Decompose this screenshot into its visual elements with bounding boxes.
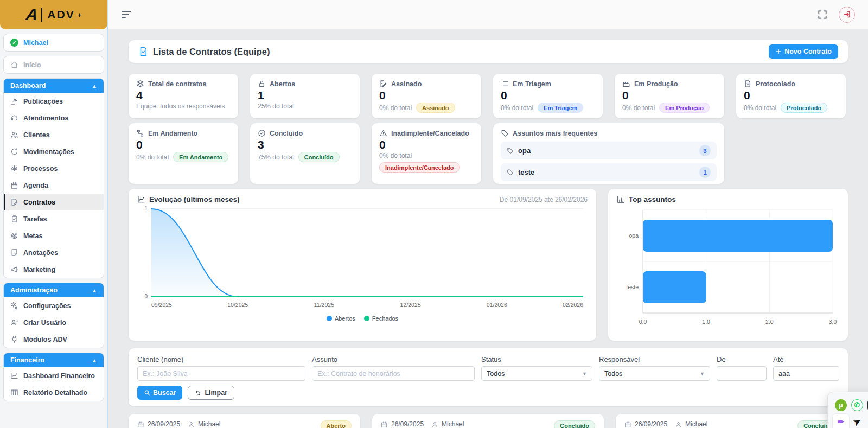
stat-card-conclu-do: Concluído 3 75% do totalConcluído — [250, 123, 360, 184]
chevron-up-icon: ▲ — [92, 357, 97, 363]
svg-text:11/2025: 11/2025 — [314, 302, 334, 308]
sidebar-item-inicio[interactable]: Início — [4, 56, 104, 73]
group-label: Administração — [10, 286, 58, 294]
contract-card[interactable]: 26/09/2025 Michael Aberto — [129, 414, 360, 428]
sidebar-item-contratos[interactable]: Contratos — [4, 194, 104, 210]
utorrent-icon[interactable]: µ — [834, 398, 848, 412]
chart-bar-icon — [617, 195, 625, 203]
filter-status: Status Todos ▼ — [481, 355, 592, 381]
responsavel-select[interactable]: Todos ▼ — [599, 366, 710, 381]
content: Lista de Contratos (Equipe) Novo Contrat… — [108, 29, 868, 428]
sidebar-group-dashboard: Dashboard ▲ Publicações Atendimentos Cli… — [3, 78, 104, 278]
sidebar-item-processos[interactable]: Processos — [4, 160, 104, 177]
plug-icon — [10, 335, 18, 343]
charts-row: Evolução (últimos meses) De 01/09/2025 a… — [129, 189, 848, 341]
frequent-subjects-card: Assuntos mais frequentes opa 3 teste 1 — [493, 123, 724, 184]
group-header-administração[interactable]: Administração ▲ — [4, 283, 104, 297]
sidebar-item-clientes[interactable]: Clientes — [4, 126, 104, 143]
user-plus-icon — [10, 318, 18, 327]
stat-card-em-triagem: Em Triagem 0 0% do totalEm Triagem — [493, 74, 603, 118]
person-icon — [188, 421, 195, 428]
stat-subtitle: 25% do total — [258, 103, 294, 110]
paper-plane-icon[interactable]: ➤ — [850, 415, 864, 428]
home-icon — [10, 61, 18, 69]
svg-text:0: 0 — [144, 293, 148, 299]
logout-icon[interactable] — [839, 7, 855, 23]
stat-value: 4 — [136, 89, 231, 102]
contract-card[interactable]: 26/09/2025 Michael Concluído — [616, 414, 847, 428]
gavel-icon — [10, 97, 18, 105]
svg-text:09/2025: 09/2025 — [151, 302, 172, 308]
sidebar-item-configurações[interactable]: Configurações — [4, 297, 104, 314]
menu-icon[interactable] — [122, 11, 132, 18]
ate-input[interactable] — [773, 366, 839, 381]
feather-pen-icon[interactable]: ✒ — [833, 414, 849, 428]
warning-icon — [379, 129, 387, 137]
limpar-label: Limpar — [205, 389, 227, 397]
main-area: Lista de Contratos (Equipe) Novo Contrat… — [108, 0, 868, 428]
status-select[interactable]: Todos ▼ — [481, 366, 592, 381]
stat-title: Em Triagem — [513, 80, 551, 88]
de-input[interactable] — [717, 366, 767, 381]
sidebar-group-financeiro: Financeiro ▲ Dashboard Financeiro Relató… — [3, 353, 104, 401]
headset-icon — [10, 114, 18, 122]
top-subjects-title: Top assuntos — [617, 195, 676, 203]
pen-icon — [379, 80, 387, 88]
stat-subtitle: 0% do total — [501, 104, 533, 112]
evolution-chart-card: Evolução (últimos meses) De 01/09/2025 a… — [129, 189, 596, 341]
group-items: Configurações Criar Usuário Módulos ADV — [4, 297, 104, 348]
sidebar-item-marketing[interactable]: Marketing — [4, 261, 104, 278]
sidebar-item-label: Metas — [23, 232, 42, 240]
sidebar-item-criar-usuário[interactable]: Criar Usuário — [4, 314, 104, 331]
sidebar-item-metas[interactable]: Metas — [4, 227, 104, 244]
sidebar-item-dashboard-financeiro[interactable]: Dashboard Financeiro — [4, 367, 104, 384]
stat-subtitle: 0% do total — [379, 104, 412, 112]
new-contract-button[interactable]: Novo Contrato — [769, 44, 838, 59]
frequent-item-count: 3 — [699, 145, 711, 156]
stat-subtitle: 75% do total — [258, 154, 294, 161]
status-badge: Assinado — [416, 103, 455, 113]
buscar-button[interactable]: Buscar — [137, 386, 182, 400]
adv-logo: A ADV + — [0, 0, 107, 29]
frequent-item-count: 1 — [699, 167, 711, 178]
contract-icon — [10, 198, 18, 206]
fullscreen-icon[interactable] — [817, 9, 828, 20]
frequent-item-opa: opa 3 — [501, 142, 717, 159]
sidebar-item-agenda[interactable]: Agenda — [4, 177, 104, 194]
evolution-line-chart: 1009/202510/202511/202512/202501/202602/… — [137, 203, 586, 312]
group-header-financeiro[interactable]: Financeiro ▲ — [4, 353, 104, 367]
assunto-input[interactable] — [312, 366, 475, 381]
stat-card-abertos: Abertos 1 25% do total — [250, 74, 360, 118]
svg-text:0.0: 0.0 — [639, 318, 647, 325]
scale-icon — [10, 164, 18, 173]
date-range-label: De 01/09/2025 até 26/02/2026 — [500, 196, 588, 203]
contract-card[interactable]: 26/09/2025 Michael Concluído — [372, 414, 604, 428]
sidebar-item-módulos-adv[interactable]: Módulos ADV — [4, 331, 104, 348]
svg-text:1.0: 1.0 — [702, 318, 710, 325]
legend-fechados[interactable]: Fechados — [364, 315, 398, 322]
cliente-input[interactable] — [137, 366, 305, 381]
legend-abertos[interactable]: Abertos — [327, 315, 355, 322]
limpar-button[interactable]: Limpar — [188, 386, 234, 400]
evolution-title-text: Evolução (últimos meses) — [149, 195, 240, 203]
sidebar-item-publicações[interactable]: Publicações — [4, 93, 104, 110]
page-header: Lista de Contratos (Equipe) Novo Contrat… — [129, 40, 848, 63]
stat-card-em-andamento: Em Andamento 0 0% do totalEm Andamento — [129, 123, 238, 184]
frequent-item-teste: teste 1 — [501, 163, 717, 181]
sidebar-item-label: Publicações — [23, 98, 63, 105]
clipboard-icon — [10, 215, 18, 223]
sidebar-user[interactable]: ✓ Michael — [4, 34, 104, 51]
check-circle-icon — [258, 129, 266, 137]
megaphone-icon — [10, 265, 18, 273]
sidebar-item-relatório-detalhado[interactable]: Relatório Detalhado — [4, 384, 104, 401]
sidebar-item-anotações[interactable]: Anotações — [4, 244, 104, 261]
sidebar-item-atendimentos[interactable]: Atendimentos — [4, 110, 104, 126]
sidebar-item-movimentações[interactable]: Movimentações — [4, 143, 104, 160]
group-header-dashboard[interactable]: Dashboard ▲ — [4, 79, 104, 93]
whatsapp-icon[interactable]: ✆ — [850, 398, 864, 412]
stat-value: 0 — [622, 89, 717, 102]
page-title: Lista de Contratos (Equipe) — [138, 47, 270, 57]
sidebar-item-tarefas[interactable]: Tarefas — [4, 210, 104, 227]
svg-text:3.0: 3.0 — [829, 318, 837, 325]
sidebar-sections: ✓ Michael Início Dashboard ▲ Publicações… — [0, 29, 107, 401]
